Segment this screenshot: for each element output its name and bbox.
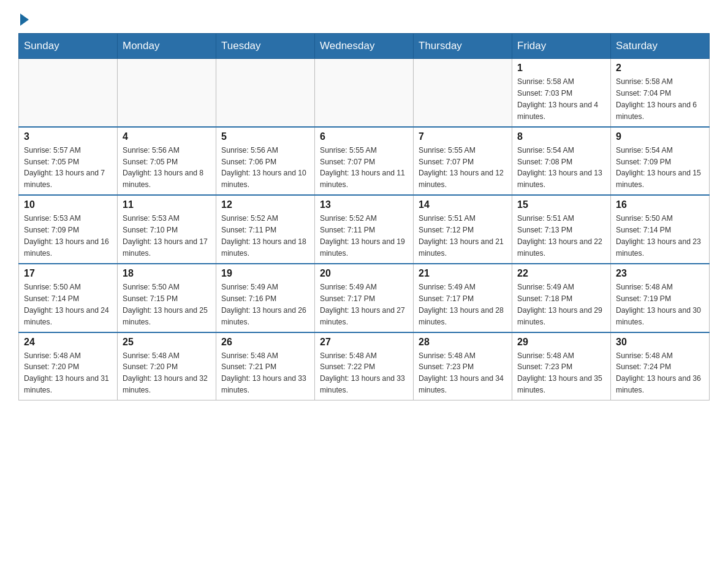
day-number: 3 (24, 131, 112, 142)
day-number: 12 (221, 199, 309, 210)
day-info: Sunrise: 5:50 AMSunset: 7:15 PMDaylight:… (123, 282, 211, 328)
calendar-week-row: 10Sunrise: 5:53 AMSunset: 7:09 PMDayligh… (19, 195, 710, 264)
calendar-cell (118, 59, 216, 127)
day-info: Sunrise: 5:53 AMSunset: 7:09 PMDaylight:… (24, 213, 112, 259)
calendar-cell: 2Sunrise: 5:58 AMSunset: 7:04 PMDaylight… (611, 59, 710, 127)
calendar-cell: 5Sunrise: 5:56 AMSunset: 7:06 PMDaylight… (216, 127, 315, 196)
weekday-header-friday: Friday (512, 34, 611, 59)
weekday-header-saturday: Saturday (611, 34, 710, 59)
day-info: Sunrise: 5:48 AMSunset: 7:20 PMDaylight:… (123, 350, 211, 397)
day-info: Sunrise: 5:52 AMSunset: 7:11 PMDaylight:… (221, 213, 309, 259)
day-number: 16 (616, 199, 704, 210)
calendar-cell (315, 59, 414, 127)
calendar-cell: 6Sunrise: 5:55 AMSunset: 7:07 PMDaylight… (315, 127, 414, 196)
day-info: Sunrise: 5:48 AMSunset: 7:23 PMDaylight:… (517, 350, 605, 397)
day-info: Sunrise: 5:48 AMSunset: 7:23 PMDaylight:… (419, 350, 507, 397)
day-info: Sunrise: 5:50 AMSunset: 7:14 PMDaylight:… (24, 282, 112, 328)
day-number: 27 (320, 337, 408, 348)
day-info: Sunrise: 5:53 AMSunset: 7:10 PMDaylight:… (123, 213, 211, 259)
day-info: Sunrise: 5:56 AMSunset: 7:05 PMDaylight:… (123, 145, 211, 191)
day-number: 18 (123, 268, 211, 279)
calendar-week-row: 1Sunrise: 5:58 AMSunset: 7:03 PMDaylight… (19, 59, 710, 127)
day-number: 11 (123, 199, 211, 210)
day-info: Sunrise: 5:54 AMSunset: 7:08 PMDaylight:… (517, 145, 605, 191)
day-info: Sunrise: 5:55 AMSunset: 7:07 PMDaylight:… (419, 145, 507, 191)
day-info: Sunrise: 5:50 AMSunset: 7:14 PMDaylight:… (616, 213, 704, 259)
calendar-cell: 1Sunrise: 5:58 AMSunset: 7:03 PMDaylight… (512, 59, 611, 127)
weekday-header-tuesday: Tuesday (216, 34, 315, 59)
day-number: 24 (24, 337, 112, 348)
calendar-cell: 19Sunrise: 5:49 AMSunset: 7:16 PMDayligh… (216, 264, 315, 332)
calendar-table: SundayMondayTuesdayWednesdayThursdayFrid… (18, 33, 710, 400)
calendar-cell: 7Sunrise: 5:55 AMSunset: 7:07 PMDaylight… (414, 127, 512, 196)
calendar-cell: 4Sunrise: 5:56 AMSunset: 7:05 PMDaylight… (118, 127, 216, 196)
calendar-week-row: 24Sunrise: 5:48 AMSunset: 7:20 PMDayligh… (19, 332, 710, 400)
day-number: 23 (616, 268, 704, 279)
day-info: Sunrise: 5:48 AMSunset: 7:24 PMDaylight:… (616, 350, 704, 397)
day-number: 15 (517, 199, 605, 210)
calendar-cell: 27Sunrise: 5:48 AMSunset: 7:22 PMDayligh… (315, 332, 414, 400)
day-number: 7 (419, 131, 507, 142)
calendar-cell: 16Sunrise: 5:50 AMSunset: 7:14 PMDayligh… (611, 195, 710, 264)
day-number: 6 (320, 131, 408, 142)
day-info: Sunrise: 5:49 AMSunset: 7:16 PMDaylight:… (221, 282, 309, 328)
day-number: 26 (221, 337, 309, 348)
day-number: 28 (419, 337, 507, 348)
weekday-header-monday: Monday (118, 34, 216, 59)
day-info: Sunrise: 5:58 AMSunset: 7:03 PMDaylight:… (517, 76, 605, 123)
weekday-header-row: SundayMondayTuesdayWednesdayThursdayFrid… (19, 34, 710, 59)
day-number: 21 (419, 268, 507, 279)
calendar-cell: 23Sunrise: 5:48 AMSunset: 7:19 PMDayligh… (611, 264, 710, 332)
calendar-cell: 12Sunrise: 5:52 AMSunset: 7:11 PMDayligh… (216, 195, 315, 264)
day-info: Sunrise: 5:51 AMSunset: 7:12 PMDaylight:… (419, 213, 507, 259)
calendar-week-row: 17Sunrise: 5:50 AMSunset: 7:14 PMDayligh… (19, 264, 710, 332)
calendar-cell: 8Sunrise: 5:54 AMSunset: 7:08 PMDaylight… (512, 127, 611, 196)
day-info: Sunrise: 5:48 AMSunset: 7:22 PMDaylight:… (320, 350, 408, 397)
day-number: 20 (320, 268, 408, 279)
logo-arrow-icon (20, 13, 29, 26)
day-number: 8 (517, 131, 605, 142)
day-info: Sunrise: 5:48 AMSunset: 7:19 PMDaylight:… (616, 282, 704, 328)
day-number: 25 (123, 337, 211, 348)
day-info: Sunrise: 5:56 AMSunset: 7:06 PMDaylight:… (221, 145, 309, 191)
day-number: 1 (517, 63, 605, 74)
day-info: Sunrise: 5:55 AMSunset: 7:07 PMDaylight:… (320, 145, 408, 191)
calendar-cell: 3Sunrise: 5:57 AMSunset: 7:05 PMDaylight… (19, 127, 118, 196)
day-info: Sunrise: 5:48 AMSunset: 7:21 PMDaylight:… (221, 350, 309, 397)
weekday-header-wednesday: Wednesday (315, 34, 414, 59)
day-number: 29 (517, 337, 605, 348)
calendar-cell: 18Sunrise: 5:50 AMSunset: 7:15 PMDayligh… (118, 264, 216, 332)
calendar-cell: 24Sunrise: 5:48 AMSunset: 7:20 PMDayligh… (19, 332, 118, 400)
calendar-cell: 9Sunrise: 5:54 AMSunset: 7:09 PMDaylight… (611, 127, 710, 196)
day-number: 22 (517, 268, 605, 279)
calendar-cell (19, 59, 118, 127)
day-number: 30 (616, 337, 704, 348)
header (18, 12, 710, 23)
calendar-cell: 26Sunrise: 5:48 AMSunset: 7:21 PMDayligh… (216, 332, 315, 400)
day-info: Sunrise: 5:49 AMSunset: 7:17 PMDaylight:… (320, 282, 408, 328)
day-info: Sunrise: 5:49 AMSunset: 7:17 PMDaylight:… (419, 282, 507, 328)
calendar-cell: 25Sunrise: 5:48 AMSunset: 7:20 PMDayligh… (118, 332, 216, 400)
day-info: Sunrise: 5:48 AMSunset: 7:20 PMDaylight:… (24, 350, 112, 397)
calendar-cell: 30Sunrise: 5:48 AMSunset: 7:24 PMDayligh… (611, 332, 710, 400)
calendar-cell: 17Sunrise: 5:50 AMSunset: 7:14 PMDayligh… (19, 264, 118, 332)
day-info: Sunrise: 5:57 AMSunset: 7:05 PMDaylight:… (24, 145, 112, 191)
logo (18, 12, 29, 23)
calendar-cell: 20Sunrise: 5:49 AMSunset: 7:17 PMDayligh… (315, 264, 414, 332)
calendar-cell: 21Sunrise: 5:49 AMSunset: 7:17 PMDayligh… (414, 264, 512, 332)
calendar-cell: 14Sunrise: 5:51 AMSunset: 7:12 PMDayligh… (414, 195, 512, 264)
calendar-cell: 13Sunrise: 5:52 AMSunset: 7:11 PMDayligh… (315, 195, 414, 264)
day-number: 13 (320, 199, 408, 210)
calendar-cell: 11Sunrise: 5:53 AMSunset: 7:10 PMDayligh… (118, 195, 216, 264)
day-info: Sunrise: 5:51 AMSunset: 7:13 PMDaylight:… (517, 213, 605, 259)
calendar-cell: 15Sunrise: 5:51 AMSunset: 7:13 PMDayligh… (512, 195, 611, 264)
calendar-cell (414, 59, 512, 127)
calendar-cell: 22Sunrise: 5:49 AMSunset: 7:18 PMDayligh… (512, 264, 611, 332)
day-number: 9 (616, 131, 704, 142)
calendar-cell: 28Sunrise: 5:48 AMSunset: 7:23 PMDayligh… (414, 332, 512, 400)
calendar-cell (216, 59, 315, 127)
weekday-header-thursday: Thursday (414, 34, 512, 59)
day-number: 10 (24, 199, 112, 210)
day-info: Sunrise: 5:52 AMSunset: 7:11 PMDaylight:… (320, 213, 408, 259)
day-info: Sunrise: 5:54 AMSunset: 7:09 PMDaylight:… (616, 145, 704, 191)
